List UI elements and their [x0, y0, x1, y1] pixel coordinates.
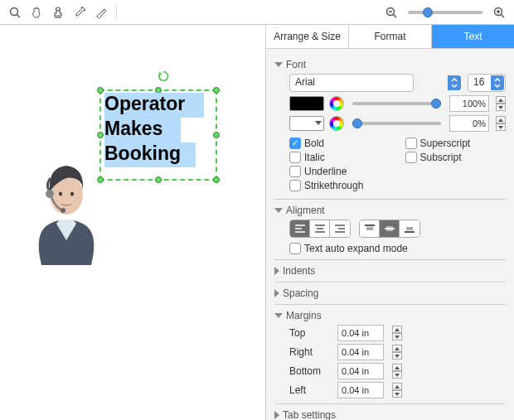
svg-point-2 — [56, 7, 61, 11]
strikethrough-label: Strikethrough — [304, 180, 363, 191]
resize-handle-w[interactable] — [97, 132, 104, 138]
svg-point-14 — [59, 192, 62, 196]
stroke-opacity-slider[interactable] — [352, 122, 441, 125]
zoom-slider-thumb[interactable] — [423, 7, 433, 17]
rotation-handle[interactable] — [158, 70, 169, 82]
resize-handle-nw[interactable] — [97, 87, 104, 94]
tab-format[interactable]: Format — [349, 25, 432, 48]
brush-tool[interactable] — [91, 2, 111, 22]
margins-section-header[interactable]: Margins — [274, 310, 506, 321]
svg-point-13 — [61, 208, 65, 213]
fill-opacity-stepper[interactable] — [496, 96, 506, 111]
font-size-select[interactable]: 16 — [468, 74, 506, 92]
toolbar-separator — [116, 4, 117, 21]
margin-left-label: Left — [289, 384, 331, 396]
color-picker-icon[interactable] — [329, 96, 344, 111]
margin-bottom-label: Bottom — [289, 365, 331, 377]
italic-checkbox[interactable] — [289, 152, 301, 163]
valign-top-button[interactable] — [360, 220, 380, 237]
underline-checkbox[interactable] — [289, 166, 301, 177]
margin-right-stepper[interactable] — [392, 345, 402, 360]
fill-opacity-value[interactable]: 100% — [449, 95, 489, 112]
fill-color-swatch[interactable] — [289, 96, 324, 111]
margin-top-stepper[interactable] — [392, 326, 402, 340]
resize-handle-ne[interactable] — [213, 87, 220, 94]
tab-settings-section-header[interactable]: Tab settings — [274, 409, 506, 420]
svg-point-0 — [11, 7, 18, 15]
svg-point-15 — [70, 192, 74, 196]
margin-bottom-stepper[interactable] — [392, 364, 402, 379]
zoom-slider[interactable] — [408, 11, 482, 14]
horizontal-align-group — [289, 220, 351, 238]
operator-figure[interactable] — [25, 141, 108, 265]
fill-opacity-slider[interactable] — [352, 102, 441, 105]
auto-expand-checkbox[interactable] — [289, 243, 301, 254]
eyedropper-tool[interactable] — [70, 2, 90, 22]
magnify-tool[interactable] — [5, 2, 25, 22]
bold-label: Bold — [304, 138, 324, 149]
align-left-button[interactable] — [290, 220, 310, 237]
spacing-section-header[interactable]: Spacing — [274, 287, 506, 299]
tab-text[interactable]: Text — [432, 25, 514, 48]
zoom-in-button[interactable] — [489, 2, 509, 22]
shape-text[interactable]: Operator Makes Booking — [104, 91, 185, 166]
hand-tool[interactable] — [27, 2, 46, 22]
zoom-out-button[interactable] — [381, 2, 401, 22]
stroke-opacity-value[interactable]: 0% — [449, 115, 489, 132]
zoom-controls — [381, 2, 509, 22]
svg-point-12 — [46, 190, 54, 198]
valign-middle-button[interactable] — [380, 220, 400, 237]
resize-handle-se[interactable] — [213, 176, 220, 183]
superscript-checkbox[interactable] — [405, 138, 417, 149]
inspector-panel: Arrange & Size Format Text Font Arial 16 — [265, 25, 514, 420]
chevron-updown-icon — [448, 75, 461, 90]
canvas[interactable]: Operator Makes Booking — [0, 25, 265, 420]
resize-handle-s[interactable] — [155, 176, 162, 183]
font-section-header[interactable]: Font — [274, 59, 506, 70]
svg-line-10 — [502, 14, 505, 17]
alignment-section-header[interactable]: Aligment — [274, 205, 506, 216]
tab-arrange[interactable]: Arrange & Size — [266, 25, 349, 48]
toolbar — [0, 0, 514, 25]
inspector-tabs: Arrange & Size Format Text — [266, 25, 514, 49]
margin-bottom-input[interactable]: 0.04 in — [337, 363, 384, 379]
superscript-label: Superscript — [420, 138, 471, 149]
selected-text-shape[interactable]: Operator Makes Booking — [99, 89, 217, 181]
margin-left-input[interactable]: 0.04 in — [337, 382, 384, 398]
strikethrough-checkbox[interactable] — [289, 180, 301, 191]
valign-bottom-button[interactable] — [400, 220, 419, 237]
indents-section-header[interactable]: Indents — [274, 265, 506, 277]
svg-line-1 — [17, 14, 21, 17]
margin-left-stepper[interactable] — [392, 383, 402, 398]
margin-right-input[interactable]: 0.04 in — [337, 344, 384, 360]
color-picker-icon[interactable] — [329, 116, 344, 131]
resize-handle-e[interactable] — [213, 132, 220, 138]
svg-line-6 — [394, 14, 397, 17]
subscript-label: Subscript — [420, 152, 462, 163]
italic-label: Italic — [304, 152, 325, 163]
subscript-checkbox[interactable] — [405, 152, 417, 163]
align-center-button[interactable] — [310, 220, 330, 237]
bold-checkbox[interactable] — [289, 138, 301, 149]
stroke-color-swatch[interactable] — [289, 116, 324, 131]
align-right-button[interactable] — [330, 220, 350, 237]
margin-top-label: Top — [289, 327, 331, 339]
stamp-tool[interactable] — [48, 2, 68, 22]
margin-top-input[interactable]: 0.04 in — [337, 325, 384, 341]
stroke-opacity-stepper[interactable] — [496, 116, 506, 131]
auto-expand-label: Text auto expand mode — [304, 243, 408, 254]
vertical-align-group — [359, 220, 420, 238]
font-family-select[interactable]: Arial — [289, 74, 414, 92]
underline-label: Underline — [304, 166, 347, 177]
margin-right-label: Right — [289, 346, 331, 358]
